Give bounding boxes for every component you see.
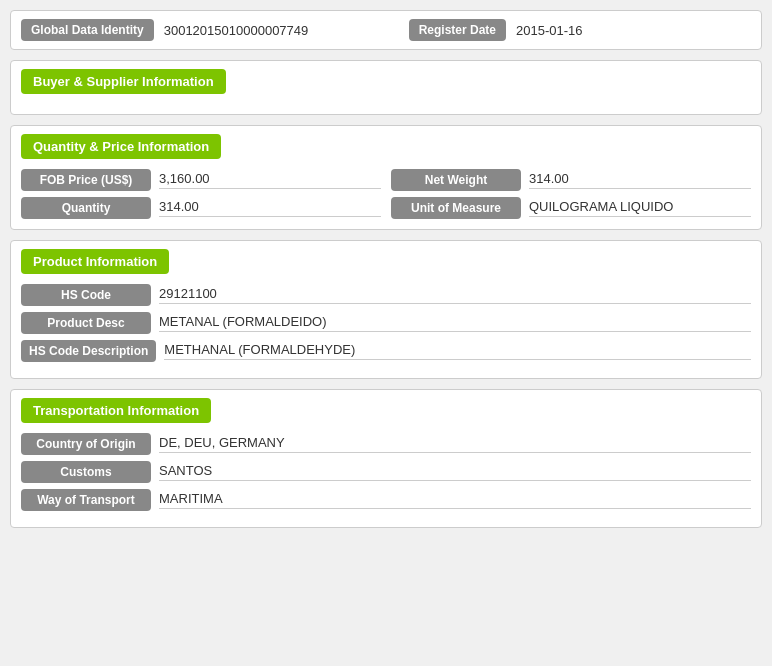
net-weight-label: Net Weight xyxy=(391,169,521,191)
net-weight-col: Net Weight 314.00 xyxy=(391,169,751,191)
quantity-price-section: Quantity & Price Information FOB Price (… xyxy=(10,125,762,230)
buyer-supplier-header: Buyer & Supplier Information xyxy=(21,69,226,94)
fob-price-value: 3,160.00 xyxy=(159,171,381,189)
transportation-header: Transportation Information xyxy=(21,398,211,423)
global-data-identity-label: Global Data Identity xyxy=(21,19,154,41)
product-desc-row: Product Desc METANAL (FORMALDEIDO) xyxy=(21,312,751,334)
page-wrapper: Global Data Identity 3001201501000000774… xyxy=(10,10,762,528)
product-section: Product Information HS Code 29121100 Pro… xyxy=(10,240,762,379)
unit-of-measure-value: QUILOGRAMA LIQUIDO xyxy=(529,199,751,217)
hs-code-description-value: METHANAL (FORMALDEHYDE) xyxy=(164,342,751,360)
fob-col: FOB Price (US$) 3,160.00 xyxy=(21,169,381,191)
fob-net-row: FOB Price (US$) 3,160.00 Net Weight 314.… xyxy=(21,169,751,191)
hs-code-value: 29121100 xyxy=(159,286,751,304)
quantity-price-header: Quantity & Price Information xyxy=(21,134,221,159)
transportation-section: Transportation Information Country of Or… xyxy=(10,389,762,528)
customs-label: Customs xyxy=(21,461,151,483)
product-desc-value: METANAL (FORMALDEIDO) xyxy=(159,314,751,332)
product-desc-label: Product Desc xyxy=(21,312,151,334)
way-of-transport-row: Way of Transport MARITIMA xyxy=(21,489,751,511)
hs-code-label: HS Code xyxy=(21,284,151,306)
hs-code-description-row: HS Code Description METHANAL (FORMALDEHY… xyxy=(21,340,751,362)
country-of-origin-row: Country of Origin DE, DEU, GERMANY xyxy=(21,433,751,455)
uom-col: Unit of Measure QUILOGRAMA LIQUIDO xyxy=(391,197,751,219)
customs-value: SANTOS xyxy=(159,463,751,481)
quantity-col: Quantity 314.00 xyxy=(21,197,381,219)
quantity-label: Quantity xyxy=(21,197,151,219)
net-weight-value: 314.00 xyxy=(529,171,751,189)
hs-code-row: HS Code 29121100 xyxy=(21,284,751,306)
quantity-uom-row: Quantity 314.00 Unit of Measure QUILOGRA… xyxy=(21,197,751,219)
quantity-value: 314.00 xyxy=(159,199,381,217)
unit-of-measure-label: Unit of Measure xyxy=(391,197,521,219)
customs-row: Customs SANTOS xyxy=(21,461,751,483)
register-date-label: Register Date xyxy=(409,19,506,41)
way-of-transport-label: Way of Transport xyxy=(21,489,151,511)
country-of-origin-value: DE, DEU, GERMANY xyxy=(159,435,751,453)
way-of-transport-value: MARITIMA xyxy=(159,491,751,509)
register-date-value: 2015-01-16 xyxy=(516,23,751,38)
buyer-supplier-section: Buyer & Supplier Information xyxy=(10,60,762,115)
identity-row: Global Data Identity 3001201501000000774… xyxy=(10,10,762,50)
product-header: Product Information xyxy=(21,249,169,274)
global-data-identity-value: 30012015010000007749 xyxy=(164,23,399,38)
country-of-origin-label: Country of Origin xyxy=(21,433,151,455)
hs-code-description-label: HS Code Description xyxy=(21,340,156,362)
fob-price-label: FOB Price (US$) xyxy=(21,169,151,191)
